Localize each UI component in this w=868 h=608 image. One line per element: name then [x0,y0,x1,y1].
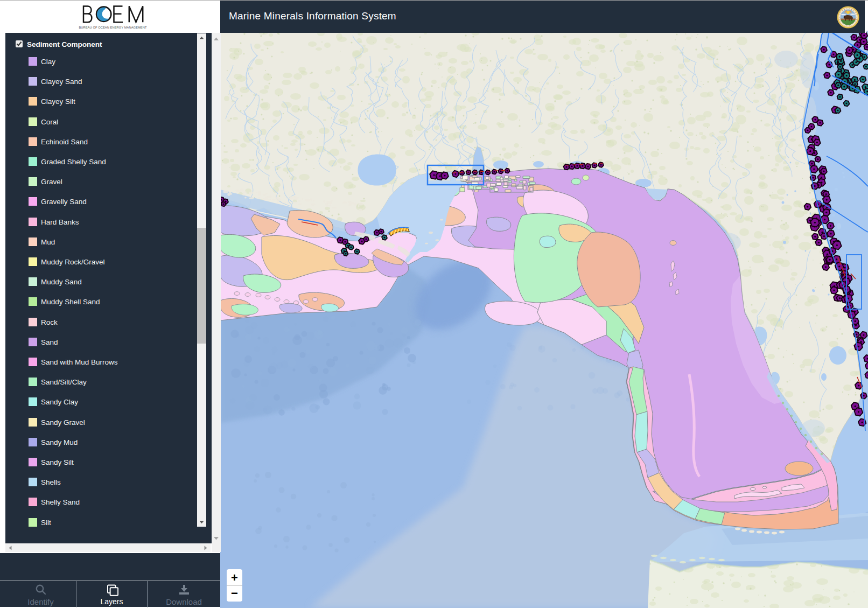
svg-text:BUREAU OF OCEAN ENERGY MANAGEM: BUREAU OF OCEAN ENERGY MANAGEMENT [79,26,147,29]
